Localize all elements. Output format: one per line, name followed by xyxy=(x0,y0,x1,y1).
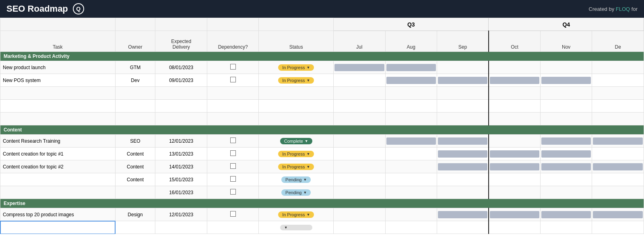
gantt-cell xyxy=(540,221,592,234)
delivery-cell: 08/01/2023 xyxy=(155,61,207,74)
gantt-cell xyxy=(540,148,592,160)
status-badge[interactable]: In Progress ▼ xyxy=(278,77,314,84)
owner-cell: Design xyxy=(115,208,155,221)
dependency-cell[interactable] xyxy=(207,100,258,113)
owner-cell: SEO xyxy=(115,135,155,148)
dependency-cell[interactable] xyxy=(207,87,258,100)
table-row xyxy=(0,113,644,125)
table-row: Content creation for topic #2Content14/0… xyxy=(0,160,644,173)
gantt-cell xyxy=(489,100,540,113)
gantt-cell xyxy=(489,61,540,74)
gantt-bar xyxy=(541,211,591,218)
app-title: SEO Roadmap xyxy=(6,4,68,14)
dependency-checkbox[interactable] xyxy=(230,137,236,143)
dependency-cell[interactable] xyxy=(207,135,258,148)
header-left: SEO Roadmap Q xyxy=(6,3,84,14)
gantt-bar xyxy=(541,163,591,170)
gantt-cell xyxy=(592,148,644,160)
status-badge[interactable]: In Progress ▼ xyxy=(278,164,314,170)
gantt-cell xyxy=(437,113,489,125)
status-cell: Complete ▼ xyxy=(259,135,334,148)
gantt-cell xyxy=(385,173,437,186)
dependency-cell[interactable] xyxy=(207,208,258,221)
col-aug-header: Aug xyxy=(385,31,437,52)
gantt-bar xyxy=(438,137,487,145)
dependency-cell[interactable] xyxy=(207,160,258,173)
status-cell: In Progress ▼ xyxy=(259,148,334,160)
gantt-cell xyxy=(385,160,437,173)
delivery-cell: 09/01/2023 xyxy=(155,74,207,87)
task-cell: Content Research Training xyxy=(0,135,116,148)
gantt-cell xyxy=(334,113,385,125)
gantt-bar xyxy=(334,64,384,71)
status-badge-empty[interactable]: ▼ xyxy=(280,225,312,230)
app-header: SEO Roadmap Q Created by FLOQ for xyxy=(0,0,644,18)
dependency-checkbox[interactable] xyxy=(230,163,236,169)
col-owner-header: Owner xyxy=(115,31,155,52)
gantt-bar xyxy=(490,163,539,170)
floq-link[interactable]: FLOQ xyxy=(616,6,630,12)
gantt-cell xyxy=(437,100,489,113)
status-dropdown-arrow: ▼ xyxy=(284,226,288,230)
owner-cell: GTM xyxy=(115,61,155,74)
table-row: Compress top 20 product imagesDesign12/0… xyxy=(0,208,644,221)
gantt-cell xyxy=(540,186,592,199)
dependency-cell[interactable] xyxy=(207,113,258,125)
gantt-cell xyxy=(540,113,592,125)
gantt-cell xyxy=(540,208,592,221)
dependency-cell[interactable] xyxy=(207,186,258,199)
dependency-cell[interactable] xyxy=(207,221,258,234)
gantt-cell xyxy=(592,113,644,125)
delivery-cell xyxy=(155,87,207,100)
table-row: Content creation for topic #1Content13/0… xyxy=(0,148,644,160)
gantt-bar xyxy=(438,163,487,170)
status-cell: ▼ xyxy=(259,221,334,234)
gantt-bar xyxy=(490,211,539,218)
task-cell xyxy=(0,186,116,199)
dependency-cell[interactable] xyxy=(207,173,258,186)
table-row: Content15/01/2023Pending ▼ xyxy=(0,173,644,186)
table-row: New POS systemDev09/01/2023In Progress ▼ xyxy=(0,74,644,87)
gantt-bar xyxy=(490,77,539,84)
gantt-cell xyxy=(592,87,644,100)
status-badge[interactable]: In Progress ▼ xyxy=(278,151,314,157)
dependency-checkbox[interactable] xyxy=(230,150,236,156)
gantt-cell xyxy=(385,148,437,160)
owner-cell xyxy=(115,186,155,199)
delivery-cell: 14/01/2023 xyxy=(155,160,207,173)
gantt-cell xyxy=(540,100,592,113)
delivery-cell: 12/01/2023 xyxy=(155,208,207,221)
gantt-bar xyxy=(386,77,436,84)
dependency-checkbox[interactable] xyxy=(230,77,236,82)
status-badge[interactable]: Pending ▼ xyxy=(281,176,311,183)
dependency-cell[interactable] xyxy=(207,148,258,160)
dependency-cell[interactable] xyxy=(207,74,258,87)
quarter-empty-5 xyxy=(259,18,334,31)
gantt-cell xyxy=(489,221,540,234)
gantt-cell xyxy=(592,74,644,87)
status-badge[interactable]: Complete ▼ xyxy=(280,138,312,144)
status-badge[interactable]: Pending ▼ xyxy=(281,189,311,196)
status-dropdown-arrow: ▼ xyxy=(306,66,310,70)
gantt-cell xyxy=(540,160,592,173)
quarter-empty-4 xyxy=(207,18,258,31)
gantt-cell xyxy=(334,100,385,113)
gantt-cell xyxy=(437,221,489,234)
delivery-cell xyxy=(155,100,207,113)
gantt-cell xyxy=(592,135,644,148)
dependency-checkbox[interactable] xyxy=(230,176,236,182)
dependency-checkbox[interactable] xyxy=(230,211,236,217)
task-cell: New POS system xyxy=(0,74,116,87)
status-cell xyxy=(259,113,334,125)
dependency-checkbox[interactable] xyxy=(230,64,236,70)
dependency-cell[interactable] xyxy=(207,61,258,74)
delivery-cell: 12/01/2023 xyxy=(155,135,207,148)
status-badge[interactable]: In Progress ▼ xyxy=(278,64,314,71)
gantt-cell xyxy=(385,61,437,74)
col-nov-header: Nov xyxy=(540,31,592,52)
table-row: Content Research TrainingSEO12/01/2023Co… xyxy=(0,135,644,148)
gantt-cell xyxy=(437,208,489,221)
gantt-bar xyxy=(490,150,539,158)
dependency-checkbox[interactable] xyxy=(230,189,236,195)
status-badge[interactable]: In Progress ▼ xyxy=(278,211,314,218)
